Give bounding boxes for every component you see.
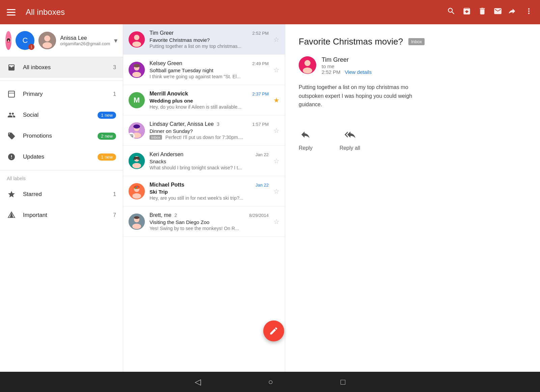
email-sender-6: Michael Potts (150, 182, 253, 188)
dropdown-icon[interactable]: ▾ (114, 36, 117, 45)
email-subject-5: Snacks (150, 159, 269, 164)
detail-actions: Reply Reply all (299, 129, 526, 151)
email-avatar-1 (129, 31, 145, 48)
sidebar-item-all-inboxes[interactable]: All inboxes 3 (0, 57, 123, 78)
email-avatar-3: M (129, 92, 145, 108)
email-subject-4: Dinner on Sunday? (150, 128, 269, 134)
starred-icon (7, 190, 16, 198)
email-time-5: Jan 22 (255, 152, 269, 157)
sidebar-item-promotions[interactable]: Promotions 2 new (0, 125, 123, 146)
avatar-tertiary[interactable] (38, 32, 56, 49)
email-time-2: 2:49 PM (252, 61, 269, 66)
svg-rect-31 (137, 158, 140, 160)
reply-all-icon (345, 129, 355, 142)
search-icon[interactable] (447, 7, 456, 18)
email-subject-2: Softball game Tuesday night (150, 67, 269, 73)
svg-point-25 (133, 124, 140, 129)
email-star-6[interactable]: ☆ (273, 187, 279, 195)
email-avatar-4 (129, 122, 145, 139)
recents-button[interactable]: □ (341, 377, 346, 387)
email-star-3[interactable]: ★ (273, 96, 279, 104)
sidebar-item-primary[interactable]: Primary 1 (0, 84, 123, 105)
email-content-4: Lindsay Carter, Anissa Lee 3 1:57 PM Din… (150, 121, 269, 140)
email-sender-5: Keri Andersen (150, 151, 253, 158)
svg-point-42 (132, 224, 141, 229)
compose-fab[interactable] (263, 320, 284, 341)
back-button[interactable]: ◁ (195, 377, 201, 387)
delete-icon[interactable] (478, 7, 487, 18)
email-star-4[interactable]: ☆ (273, 127, 279, 135)
email-content-3: Merrill Anovick 2:37 PM Wedding plus one… (150, 91, 269, 110)
email-sender-7: Brett, me 2 (150, 212, 246, 218)
updates-label: Updates (23, 153, 91, 160)
svg-point-20 (132, 72, 141, 77)
email-item-7[interactable]: Brett, me 2 8/29/2014 Visiting the San D… (123, 206, 285, 237)
email-item-4[interactable]: Lindsay Carter, Anissa Lee 3 1:57 PM Din… (123, 115, 285, 146)
email-item-6[interactable]: Michael Potts Jan 22 Ski Trip Hey, are y… (123, 176, 285, 206)
main-content: C 1 Anissa Lee origamifan26@gmail.com ▾ (0, 24, 540, 372)
email-star-7[interactable]: ☆ (273, 218, 279, 226)
inbox-badge-4: Inbox (150, 135, 162, 140)
topbar-right (447, 7, 533, 18)
svg-point-39 (136, 186, 137, 188)
email-preview-4: Inbox Perfect! I'll put us down for 7:30… (150, 135, 269, 140)
email-subject-1: Favorite Christmas movie? (150, 37, 269, 43)
social-icon (7, 111, 16, 119)
email-preview-2: I think we're going up against team "St.… (150, 74, 269, 79)
email-item-5[interactable]: Keri Andersen Jan 22 Snacks What should … (123, 146, 285, 176)
important-icon (7, 211, 16, 219)
home-button[interactable]: ○ (268, 377, 273, 387)
email-subject-6: Ski Trip (150, 189, 269, 195)
hamburger-menu[interactable] (7, 9, 16, 16)
email-subject-3: Wedding plus one (150, 98, 269, 104)
avatar-primary[interactable] (5, 31, 11, 50)
email-star-5[interactable]: ☆ (273, 157, 279, 165)
email-time-1: 2:52 PM (252, 31, 269, 36)
all-inboxes-label: All inboxes (23, 64, 106, 71)
email-item-2[interactable]: Kelsey Green 2:49 PM Softball game Tuesd… (123, 55, 285, 85)
labels-section-label: All labels (0, 173, 123, 184)
more-icon[interactable] (524, 7, 533, 18)
svg-point-9 (44, 35, 50, 41)
sidebar-item-starred[interactable]: Starred 1 (0, 184, 123, 205)
email-sender-4: Lindsay Carter, Anissa Lee 3 (150, 121, 250, 127)
reply-button[interactable]: Reply (299, 129, 313, 151)
svg-point-17 (132, 41, 141, 47)
sidebar-item-important[interactable]: Important 7 (0, 205, 123, 226)
updates-badge: 1 new (98, 153, 116, 161)
svg-point-28 (132, 163, 141, 168)
avatar-badge: 1 (28, 44, 34, 50)
sidebar-item-updates[interactable]: Updates 1 new (0, 146, 123, 167)
archive-icon[interactable] (462, 7, 471, 18)
all-inboxes-icon (7, 63, 16, 72)
move-icon[interactable] (509, 7, 518, 18)
email-star-1[interactable]: ☆ (273, 35, 279, 44)
reply-all-button[interactable]: Reply all (340, 129, 360, 151)
mail-icon[interactable] (493, 7, 502, 18)
reply-all-label: Reply all (340, 145, 360, 151)
svg-point-10 (43, 42, 52, 48)
email-item-3[interactable]: M Merrill Anovick 2:37 PM Wedding plus o… (123, 85, 285, 115)
email-time-6: Jan 22 (255, 183, 269, 188)
sidebar-item-social[interactable]: Social 1 new (0, 105, 123, 125)
promotions-icon (7, 132, 16, 140)
updates-icon (7, 153, 16, 161)
account-switcher[interactable]: C 1 Anissa Lee origamifan26@gmail.com ▾ (0, 24, 123, 57)
email-sender-1: Tim Greer (150, 30, 250, 36)
email-star-2[interactable]: ☆ (273, 66, 279, 74)
email-content-2: Kelsey Green 2:49 PM Softball game Tuesd… (150, 60, 269, 79)
email-item-1[interactable]: Tim Greer 2:52 PM Favorite Christmas mov… (123, 24, 285, 55)
topbar-left: All inboxes (7, 7, 65, 17)
avatar-secondary-c[interactable]: C 1 (16, 31, 34, 50)
svg-point-45 (304, 60, 310, 66)
account-email: origamifan26@gmail.com (60, 41, 110, 46)
email-avatar-6 (129, 183, 145, 199)
svg-rect-7 (7, 41, 10, 43)
view-details-link[interactable]: View details (345, 69, 372, 75)
detail-subject-row: Favorite Christmas movie? Inbox (299, 36, 526, 47)
social-badge: 1 new (98, 112, 116, 119)
email-time-3: 2:37 PM (252, 91, 269, 96)
detail-avatar (299, 56, 316, 74)
email-avatar-7 (129, 214, 145, 230)
email-preview-7: Yes! Swing by to see the monkeys! On R..… (150, 226, 269, 231)
